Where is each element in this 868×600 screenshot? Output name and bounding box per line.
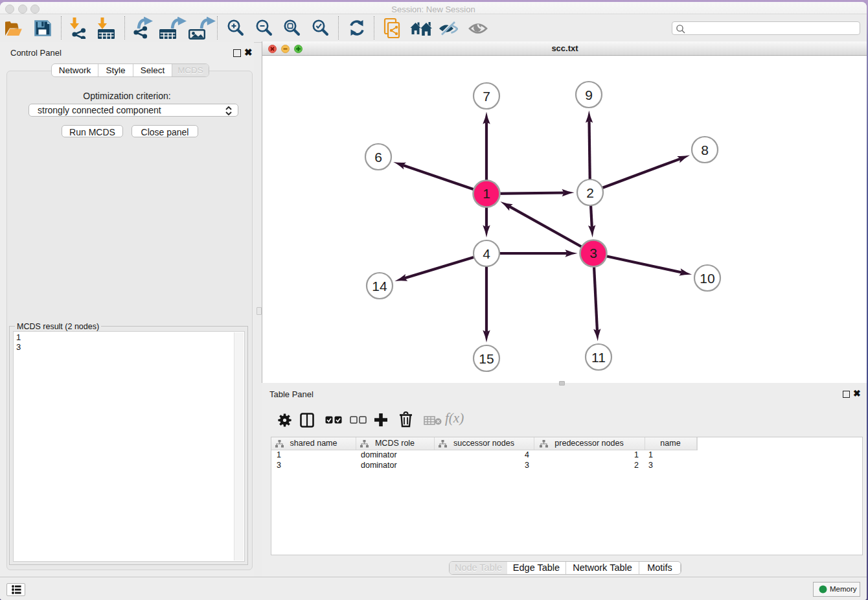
svg-text:11: 11 [591, 350, 606, 365]
svg-text:7: 7 [483, 89, 490, 104]
svg-text:15: 15 [479, 351, 494, 366]
svg-text:2: 2 [586, 185, 594, 200]
svg-text:3: 3 [589, 246, 597, 260]
svg-text:4: 4 [483, 246, 490, 261]
svg-text:9: 9 [585, 87, 593, 102]
svg-text:14: 14 [372, 279, 387, 294]
svg-text:6: 6 [374, 150, 382, 165]
svg-text:10: 10 [700, 271, 714, 286]
svg-text:8: 8 [701, 143, 709, 157]
svg-text:1: 1 [483, 186, 490, 201]
